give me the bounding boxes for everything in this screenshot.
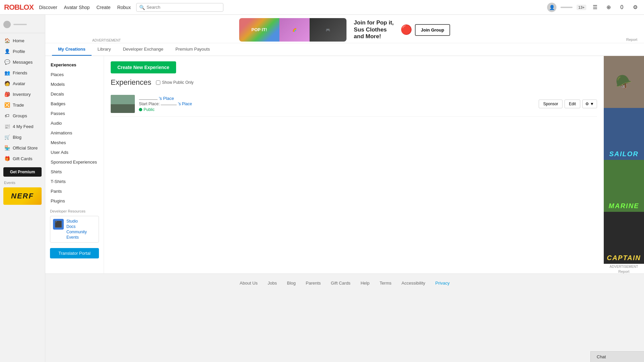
create-menu-animations[interactable]: Animations <box>45 128 104 138</box>
footer-parents[interactable]: Parents <box>306 281 321 286</box>
ad-image-left: POP IT! <box>239 18 279 42</box>
footer-blog[interactable]: Blog <box>287 281 296 286</box>
my-feed-icon: 📰 <box>4 123 10 129</box>
create-menu-experiences[interactable]: Experiences <box>45 60 104 70</box>
create-menu-audio[interactable]: Audio <box>45 118 104 128</box>
sailor-text: SAILOR <box>609 150 639 158</box>
translator-portal-button[interactable]: Translator Portal <box>50 248 99 258</box>
start-place-username-blur <box>161 105 177 105</box>
sidebar-item-friends[interactable]: 👥 Friends <box>0 67 45 78</box>
sidebar-item-official-store[interactable]: 🏪 Official Store <box>0 142 45 153</box>
tab-premium-payouts[interactable]: Premium Payouts <box>169 43 216 56</box>
create-menu-sponsored[interactable]: Sponsored Experiences <box>45 157 104 167</box>
sidebar-item-my-feed[interactable]: 📰 4 My Feed <box>0 121 45 132</box>
sidebar-item-messages[interactable]: 💬 Messages <box>0 57 45 67</box>
main-panel: Create New Experience Experiences Show P… <box>104 56 604 274</box>
captain-section: CAPTAIN <box>604 212 644 264</box>
avatar[interactable]: 👤 <box>547 3 556 12</box>
create-menu-pants[interactable]: Pants <box>45 186 104 196</box>
footer-about-us[interactable]: About Us <box>240 281 258 286</box>
sidebar-item-avatar[interactable]: 🧑 Avatar <box>0 78 45 89</box>
create-menu-models[interactable]: Models <box>45 79 104 89</box>
sidebar-item-groups[interactable]: 🏷 Groups <box>0 110 45 121</box>
search-bar: 🔍 <box>136 3 223 12</box>
create-new-experience-button[interactable]: Create New Experience <box>111 61 176 73</box>
create-menu-user-ads[interactable]: User Ads <box>45 147 104 157</box>
right-ad-report-link[interactable]: Report <box>618 269 629 274</box>
create-menu-decals[interactable]: Decals <box>45 89 104 99</box>
footer-accessibility[interactable]: Accessibility <box>401 281 425 286</box>
create-menu-shirts[interactable]: Shirts <box>45 167 104 177</box>
sidebar-item-label: Inventory <box>13 92 31 97</box>
create-menu-passes[interactable]: Passes <box>45 109 104 118</box>
chat-bar[interactable]: Chat <box>590 351 644 362</box>
join-group-button[interactable]: Join Group <box>415 24 450 36</box>
roblox-icon[interactable]: ⊕ <box>604 3 613 12</box>
nav-create[interactable]: Create <box>96 5 110 10</box>
experience-thumbnail <box>111 95 135 113</box>
tab-library[interactable]: Library <box>92 43 117 56</box>
dev-link-community[interactable]: Community <box>66 230 87 234</box>
tab-my-creations[interactable]: My Creations <box>52 43 92 56</box>
user-avatar-icon <box>3 21 11 28</box>
create-menu-meshes[interactable]: Meshes <box>45 138 104 147</box>
dev-links: Studio Docs Community Events <box>66 219 87 240</box>
ad-image-center: 🌈 <box>279 18 310 42</box>
sidebar-item-gift-cards[interactable]: 🎁 Gift Cards <box>0 153 45 164</box>
experience-info: 's Place Start Place: 's Place Public <box>139 96 539 112</box>
ad-banner-inner: POP IT! 🌈 🎮 Join for Pop it, Sus Clothes… <box>239 18 450 42</box>
show-public-label[interactable]: Show Public Only <box>156 80 194 85</box>
nerf-banner[interactable]: NERF <box>3 187 42 205</box>
nav-discover[interactable]: Discover <box>39 5 57 10</box>
footer-gift-cards[interactable]: Gift Cards <box>331 281 351 286</box>
sidebar-item-blog[interactable]: 🛒 Blog <box>0 132 45 142</box>
ad-report-link[interactable]: Report <box>626 38 637 42</box>
username-display <box>560 7 573 8</box>
dev-link-events[interactable]: Events <box>66 235 87 240</box>
footer-terms[interactable]: Terms <box>380 281 391 286</box>
chat-lines-icon[interactable]: ☰ <box>590 3 600 12</box>
experience-name[interactable]: 's Place <box>139 96 539 101</box>
sidebar-item-home[interactable]: 🏠 Home <box>0 35 45 46</box>
ad-character-icon: 🔴 <box>400 24 412 35</box>
show-public-checkbox[interactable] <box>156 80 160 85</box>
create-menu-places[interactable]: Places <box>45 70 104 79</box>
sponsor-button[interactable]: Sponsor <box>539 100 562 108</box>
gear-icon[interactable]: ⚙ <box>631 3 640 12</box>
create-menu-badges[interactable]: Badges <box>45 99 104 109</box>
edit-button[interactable]: Edit <box>565 100 580 108</box>
home-icon: 🏠 <box>4 38 10 44</box>
create-menu-plugins[interactable]: Plugins <box>45 196 104 206</box>
nav-robux[interactable]: Robux <box>117 5 130 10</box>
footer-help[interactable]: Help <box>361 281 370 286</box>
gear-dropdown-button[interactable]: ⚙ ▼ <box>582 100 597 108</box>
search-input[interactable] <box>147 5 220 10</box>
developer-resources-section: Developer Resources ⬛ Studio Docs Commun… <box>45 206 104 244</box>
dev-link-studio[interactable]: Studio <box>66 219 87 224</box>
sidebar-item-trade[interactable]: 🔀 Trade <box>0 100 45 110</box>
create-menu-tshirts[interactable]: T-Shirts <box>45 177 104 186</box>
gift-cards-icon: 🎁 <box>4 156 10 162</box>
right-ad: 🪖 SAILOR MARINE CAPTAIN ADVERTISEMENT Re… <box>604 56 644 274</box>
footer-jobs[interactable]: Jobs <box>268 281 277 286</box>
sidebar-item-profile[interactable]: 👤 Profile <box>0 46 45 57</box>
tab-developer-exchange[interactable]: Developer Exchange <box>117 43 169 56</box>
sidebar-item-label: Official Store <box>13 145 38 150</box>
exp-thumb-bot <box>111 104 135 113</box>
logo: ROBLOX <box>4 3 34 12</box>
sidebar-username <box>13 24 27 25</box>
marine-text: MARINE <box>609 202 639 210</box>
start-place-link[interactable]: 's Place <box>161 102 192 106</box>
sidebar-item-label: Friends <box>13 70 27 75</box>
friends-icon: 👥 <box>4 70 10 76</box>
bell-icon[interactable]: 0 <box>617 3 627 12</box>
footer-privacy[interactable]: Privacy <box>435 281 450 286</box>
sidebar-item-label: Home <box>13 38 24 43</box>
soldier-icon: 🪖 <box>615 74 632 90</box>
dev-link-docs[interactable]: Docs <box>66 224 87 229</box>
dev-studio-icon: ⬛ <box>53 219 64 230</box>
nav-avatar-shop[interactable]: Avatar Shop <box>64 5 90 10</box>
get-premium-button[interactable]: Get Premium <box>3 167 42 177</box>
profile-icon: 👤 <box>4 48 10 54</box>
sidebar-item-inventory[interactable]: 🎒 Inventory <box>0 89 45 100</box>
